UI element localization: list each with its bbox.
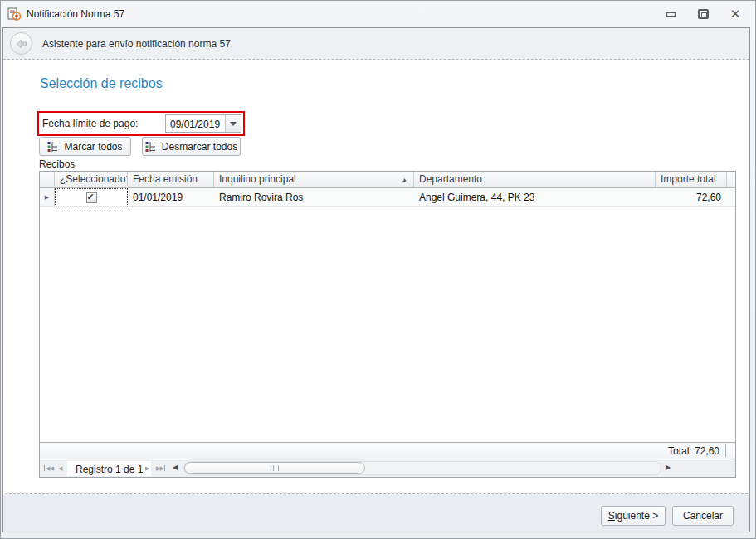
departamento-cell[interactable]: Angel Guimera, 44, PK 23 [414,188,656,206]
column-header-seleccionado[interactable]: ¿Seleccionado? [55,172,128,187]
titlebar[interactable]: Notificación Norma 57 ✕ [1,1,755,27]
column-header-departamento[interactable]: Departamento [414,172,656,187]
record-counter: Registro 1 de 1 [67,461,151,476]
footer-bar: Siguiente > Cancelar [3,494,749,532]
checkmark-icon: ✔ [87,192,95,202]
previous-record-button[interactable]: ◀ [58,465,61,471]
horizontal-scrollbar[interactable] [183,461,661,475]
back-arrow-icon [16,39,27,49]
first-record-button[interactable]: ◀◀ [44,465,53,471]
minimize-button[interactable] [664,7,677,21]
section-title: Selección de recibos [40,76,163,91]
dialog-window: Notificación Norma 57 ✕ Asistente para e… [0,0,756,539]
chevron-down-icon [230,122,237,126]
header-indicator-cell [40,172,55,187]
cancel-button[interactable]: Cancelar [672,506,734,526]
column-header-fecha-emision[interactable]: Fecha emisión [128,172,214,187]
window-title: Notificación Norma 57 [27,8,124,20]
scroll-right-button[interactable]: ▶ [666,464,671,471]
seleccionado-cell[interactable]: ✔ [55,188,128,206]
unmark-all-button[interactable]: Desmarcar todos [142,137,241,156]
checkbox[interactable]: ✔ [86,192,97,203]
table-row[interactable]: ▶ ✔ 01/01/2019 Ramiro Rovira Ros Angel G… [40,188,735,207]
column-header-importe-total[interactable]: Importe total [656,172,727,187]
total-label: Total: 72,60 [668,445,725,457]
date-dropdown-button[interactable] [225,115,241,132]
wizard-header: Asistente para envío notificación norma … [3,28,749,60]
scroll-left-button[interactable]: ◀ [173,464,178,471]
grid-summary-row: Total: 72,60 [40,442,735,459]
next-button-accesskey: S [608,510,615,522]
maximize-icon [698,9,709,19]
grid-navigator-row: ◀◀ ◀ Registro 1 de 1 ▶ ▶▶ ◀ ▶ [40,459,735,477]
column-header-inquilino-principal[interactable]: Inquilino principal ▲ [214,172,414,187]
recibos-grid: ¿Seleccionado? Fecha emisión Inquilino p… [39,171,736,478]
maximize-button[interactable] [696,7,710,21]
close-button[interactable]: ✕ [729,7,742,21]
wizard-title: Asistente para envío notificación norma … [42,38,231,50]
checklist-icon [145,141,156,152]
inquilino-cell[interactable]: Ramiro Rovira Ros [214,188,414,206]
grid-header-row: ¿Seleccionado? Fecha emisión Inquilino p… [40,172,735,188]
row-indicator-icon: ▶ [45,194,49,201]
client-area: Asistente para envío notificación norma … [2,27,750,532]
scrollbar-thumb[interactable] [184,462,365,474]
summary-spacer [725,444,735,457]
mark-all-label: Marcar todos [64,141,122,153]
next-record-button[interactable]: ▶ [145,465,149,471]
date-combobox[interactable]: 09/01/2019 [165,114,241,133]
date-filter-label: Fecha límite de pago: [42,118,138,129]
next-button[interactable]: Siguiente > [601,506,666,526]
close-icon: ✕ [730,8,741,21]
column-header-label: Inquilino principal [219,173,296,185]
back-button[interactable] [10,32,32,55]
unmark-all-label: Desmarcar todos [162,141,237,153]
mark-all-button[interactable]: Marcar todos [39,137,131,156]
row-spacer-cell [727,188,735,206]
checklist-icon [47,141,58,152]
last-record-button[interactable]: ▶▶ [156,465,165,471]
header-spacer-cell [727,172,735,187]
row-indicator-cell: ▶ [40,188,55,206]
sort-ascending-icon: ▲ [402,177,407,182]
cancel-button-label: Cancelar [683,510,723,522]
minimize-icon [666,12,676,17]
next-button-label: iguiente > [615,510,658,522]
fecha-emision-cell[interactable]: 01/01/2019 [128,188,214,206]
date-filter-highlight: Fecha límite de pago: 09/01/2019 [37,111,245,136]
grid-caption: Recibos [39,158,75,170]
grid-empty-area [40,207,735,442]
date-combobox-value[interactable]: 09/01/2019 [166,115,225,132]
importe-cell[interactable]: 72,60 [656,188,727,206]
app-icon [7,7,22,22]
